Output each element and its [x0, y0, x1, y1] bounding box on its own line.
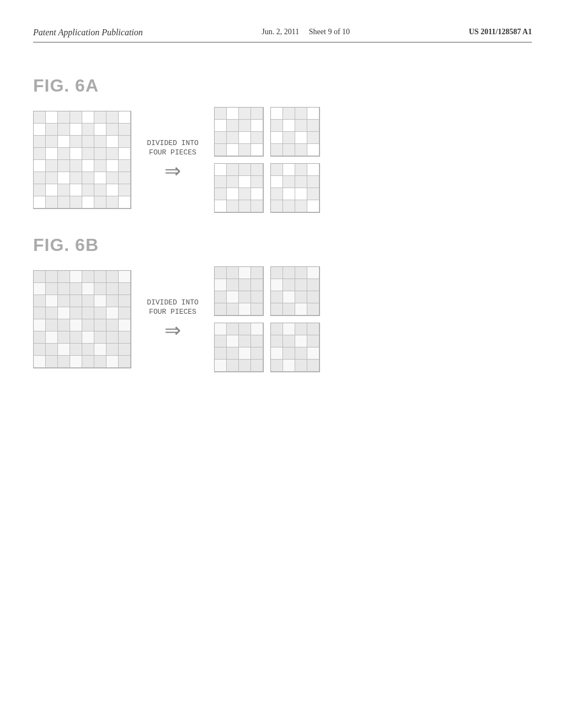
figure-6b-section: FIG. 6B DIVIDED INTO FOUR PIECES ⇒: [33, 235, 532, 372]
fig-6a-grid-tl: [214, 107, 264, 157]
sheet-info: Sheet 9 of 10: [309, 28, 350, 36]
fig-6a-grid-br: [270, 163, 320, 213]
fig-6a-large-grid: [33, 111, 131, 209]
fig-6a-small-grids: [214, 107, 320, 213]
header-center: Jun. 2, 2011 Sheet 9 of 10: [262, 28, 350, 36]
publication-date: Jun. 2, 2011: [262, 28, 299, 36]
fig-6b-large-grid: [33, 270, 131, 368]
fig-6b-grid-br: [270, 323, 320, 372]
fig-6b-arrow-label: DIVIDED INTO FOUR PIECES ⇒: [142, 298, 203, 340]
fig-6a-grid-bl: [214, 163, 264, 213]
fig-6a-row: DIVIDED INTO FOUR PIECES ⇒: [33, 107, 532, 213]
fig-6b-grid-bl: [214, 323, 264, 372]
fig-6b-grid-tl: [214, 266, 264, 316]
fig6b-divided-text: DIVIDED INTO FOUR PIECES: [147, 298, 199, 317]
fig-6b-row: DIVIDED INTO FOUR PIECES ⇒: [33, 266, 532, 372]
figure-6a-section: FIG. 6A DIVIDED INTO FOUR PIECES: [33, 76, 532, 213]
fig6b-arrow-icon: ⇒: [164, 320, 181, 340]
arrow-icon: ⇒: [164, 161, 181, 181]
fig-6b-small-grids: [214, 266, 320, 372]
page: Patent Application Publication Jun. 2, 2…: [0, 0, 565, 728]
patent-number: US 2011/128587 A1: [469, 28, 532, 36]
fig-6a-grid-tr: [270, 107, 320, 157]
divided-into-text: DIVIDED INTO FOUR PIECES: [147, 139, 199, 158]
publication-title: Patent Application Publication: [33, 28, 143, 38]
page-header: Patent Application Publication Jun. 2, 2…: [33, 28, 532, 42]
fig-6b-label: FIG. 6B: [33, 235, 532, 255]
fig-6b-grid-tr: [270, 266, 320, 316]
fig-6a-label: FIG. 6A: [33, 76, 532, 96]
fig-6a-arrow-label: DIVIDED INTO FOUR PIECES ⇒: [142, 139, 203, 181]
